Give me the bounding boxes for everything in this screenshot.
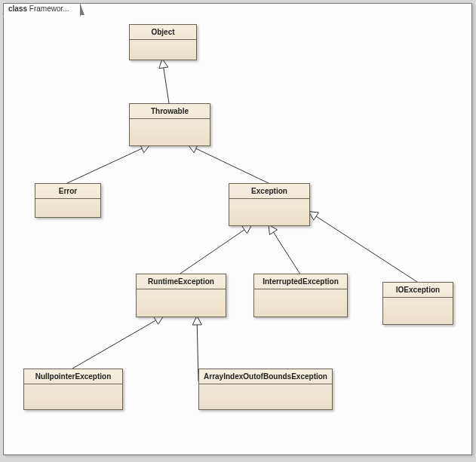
- class-body: [137, 289, 226, 317]
- class-body: [254, 289, 347, 317]
- diagram-canvas[interactable]: class Framewor... Object Throwable Error…: [3, 3, 472, 455]
- class-body: [35, 199, 100, 217]
- class-body: [199, 384, 332, 409]
- class-name: Object: [130, 25, 196, 40]
- class-error[interactable]: Error: [35, 183, 101, 218]
- class-name: Exception: [229, 184, 309, 199]
- tab-prefix: class: [8, 5, 29, 13]
- diagram-tab[interactable]: class Framewor...: [3, 3, 81, 17]
- class-body: [130, 119, 210, 145]
- class-name: Throwable: [130, 104, 210, 119]
- class-throwable[interactable]: Throwable: [129, 103, 210, 146]
- class-nullpointerexception[interactable]: NullpointerException: [23, 369, 123, 410]
- svg-line-12: [72, 320, 156, 369]
- class-name: ArrayIndexOutofBoundsException: [199, 369, 332, 384]
- tab-title: Framewor...: [29, 5, 69, 13]
- class-body: [24, 384, 122, 409]
- svg-line-0: [164, 68, 169, 103]
- class-arrayindexoutofboundsexception[interactable]: ArrayIndexOutofBoundsException: [198, 369, 333, 410]
- class-runtimeexception[interactable]: RuntimeException: [136, 274, 226, 317]
- class-name: InterruptedException: [254, 274, 347, 289]
- class-name: Error: [35, 184, 100, 199]
- class-body: [130, 40, 196, 60]
- class-interruptedexception[interactable]: InterruptedException: [253, 274, 348, 317]
- class-name: IOException: [383, 283, 453, 298]
- svg-line-2: [67, 148, 142, 183]
- svg-line-4: [196, 148, 269, 183]
- class-exception[interactable]: Exception: [229, 183, 310, 226]
- svg-line-6: [180, 230, 244, 274]
- svg-marker-9: [269, 225, 278, 234]
- class-name: NullpointerException: [24, 369, 122, 384]
- class-ioexception[interactable]: IOException: [382, 282, 453, 325]
- class-body: [383, 298, 453, 324]
- class-body: [229, 199, 309, 225]
- svg-line-8: [273, 232, 299, 274]
- svg-line-10: [316, 216, 417, 282]
- class-object[interactable]: Object: [129, 24, 197, 60]
- class-name: RuntimeException: [137, 274, 226, 289]
